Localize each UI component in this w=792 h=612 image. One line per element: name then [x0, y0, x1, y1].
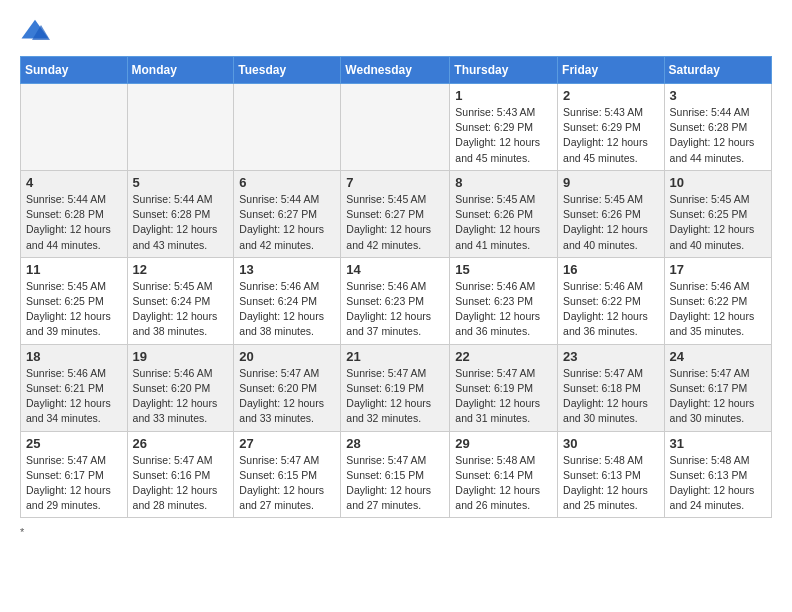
- logo: [20, 16, 54, 46]
- day-number: 20: [239, 349, 335, 364]
- calendar-header: SundayMondayTuesdayWednesdayThursdayFrid…: [21, 57, 772, 84]
- day-number: 18: [26, 349, 122, 364]
- day-number: 5: [133, 175, 229, 190]
- day-number: 12: [133, 262, 229, 277]
- calendar-cell: 8Sunrise: 5:45 AMSunset: 6:26 PMDaylight…: [450, 170, 558, 257]
- calendar-cell: 4Sunrise: 5:44 AMSunset: 6:28 PMDaylight…: [21, 170, 128, 257]
- header-day: Saturday: [664, 57, 771, 84]
- calendar-cell: 15Sunrise: 5:46 AMSunset: 6:23 PMDayligh…: [450, 257, 558, 344]
- day-number: 27: [239, 436, 335, 451]
- day-info: Sunrise: 5:45 AMSunset: 6:25 PMDaylight:…: [26, 279, 122, 340]
- calendar-cell: [21, 84, 128, 171]
- calendar-cell: 17Sunrise: 5:46 AMSunset: 6:22 PMDayligh…: [664, 257, 771, 344]
- calendar-week-row: 18Sunrise: 5:46 AMSunset: 6:21 PMDayligh…: [21, 344, 772, 431]
- day-info: Sunrise: 5:45 AMSunset: 6:27 PMDaylight:…: [346, 192, 444, 253]
- calendar-cell: 6Sunrise: 5:44 AMSunset: 6:27 PMDaylight…: [234, 170, 341, 257]
- calendar-cell: 5Sunrise: 5:44 AMSunset: 6:28 PMDaylight…: [127, 170, 234, 257]
- day-number: 16: [563, 262, 659, 277]
- page-header: [20, 16, 772, 46]
- day-info: Sunrise: 5:46 AMSunset: 6:23 PMDaylight:…: [346, 279, 444, 340]
- calendar-table: SundayMondayTuesdayWednesdayThursdayFrid…: [20, 56, 772, 518]
- calendar-cell: 2Sunrise: 5:43 AMSunset: 6:29 PMDaylight…: [558, 84, 665, 171]
- header-day: Thursday: [450, 57, 558, 84]
- day-info: Sunrise: 5:47 AMSunset: 6:17 PMDaylight:…: [26, 453, 122, 514]
- footer: *: [20, 526, 772, 538]
- calendar-cell: 13Sunrise: 5:46 AMSunset: 6:24 PMDayligh…: [234, 257, 341, 344]
- day-info: Sunrise: 5:46 AMSunset: 6:20 PMDaylight:…: [133, 366, 229, 427]
- day-number: 1: [455, 88, 552, 103]
- day-number: 24: [670, 349, 766, 364]
- day-info: Sunrise: 5:43 AMSunset: 6:29 PMDaylight:…: [563, 105, 659, 166]
- calendar-cell: [341, 84, 450, 171]
- day-info: Sunrise: 5:47 AMSunset: 6:15 PMDaylight:…: [346, 453, 444, 514]
- day-info: Sunrise: 5:47 AMSunset: 6:19 PMDaylight:…: [346, 366, 444, 427]
- day-number: 9: [563, 175, 659, 190]
- day-info: Sunrise: 5:45 AMSunset: 6:25 PMDaylight:…: [670, 192, 766, 253]
- calendar-cell: 12Sunrise: 5:45 AMSunset: 6:24 PMDayligh…: [127, 257, 234, 344]
- calendar-cell: 21Sunrise: 5:47 AMSunset: 6:19 PMDayligh…: [341, 344, 450, 431]
- day-number: 3: [670, 88, 766, 103]
- day-info: Sunrise: 5:48 AMSunset: 6:13 PMDaylight:…: [563, 453, 659, 514]
- header-day: Monday: [127, 57, 234, 84]
- day-number: 2: [563, 88, 659, 103]
- calendar-cell: 1Sunrise: 5:43 AMSunset: 6:29 PMDaylight…: [450, 84, 558, 171]
- day-info: Sunrise: 5:44 AMSunset: 6:27 PMDaylight:…: [239, 192, 335, 253]
- header-day: Friday: [558, 57, 665, 84]
- day-info: Sunrise: 5:46 AMSunset: 6:22 PMDaylight:…: [670, 279, 766, 340]
- calendar-cell: 11Sunrise: 5:45 AMSunset: 6:25 PMDayligh…: [21, 257, 128, 344]
- day-info: Sunrise: 5:47 AMSunset: 6:15 PMDaylight:…: [239, 453, 335, 514]
- header-row: SundayMondayTuesdayWednesdayThursdayFrid…: [21, 57, 772, 84]
- day-number: 13: [239, 262, 335, 277]
- day-number: 10: [670, 175, 766, 190]
- calendar-cell: 19Sunrise: 5:46 AMSunset: 6:20 PMDayligh…: [127, 344, 234, 431]
- day-info: Sunrise: 5:46 AMSunset: 6:23 PMDaylight:…: [455, 279, 552, 340]
- header-day: Tuesday: [234, 57, 341, 84]
- calendar-cell: 23Sunrise: 5:47 AMSunset: 6:18 PMDayligh…: [558, 344, 665, 431]
- calendar-week-row: 4Sunrise: 5:44 AMSunset: 6:28 PMDaylight…: [21, 170, 772, 257]
- calendar-cell: 24Sunrise: 5:47 AMSunset: 6:17 PMDayligh…: [664, 344, 771, 431]
- day-number: 26: [133, 436, 229, 451]
- day-info: Sunrise: 5:45 AMSunset: 6:24 PMDaylight:…: [133, 279, 229, 340]
- day-info: Sunrise: 5:47 AMSunset: 6:20 PMDaylight:…: [239, 366, 335, 427]
- calendar-cell: 22Sunrise: 5:47 AMSunset: 6:19 PMDayligh…: [450, 344, 558, 431]
- calendar-cell: 26Sunrise: 5:47 AMSunset: 6:16 PMDayligh…: [127, 431, 234, 518]
- calendar-week-row: 1Sunrise: 5:43 AMSunset: 6:29 PMDaylight…: [21, 84, 772, 171]
- day-number: 15: [455, 262, 552, 277]
- calendar-body: 1Sunrise: 5:43 AMSunset: 6:29 PMDaylight…: [21, 84, 772, 518]
- day-number: 19: [133, 349, 229, 364]
- calendar-cell: 14Sunrise: 5:46 AMSunset: 6:23 PMDayligh…: [341, 257, 450, 344]
- calendar-cell: 29Sunrise: 5:48 AMSunset: 6:14 PMDayligh…: [450, 431, 558, 518]
- day-number: 23: [563, 349, 659, 364]
- logo-icon: [20, 16, 50, 46]
- day-info: Sunrise: 5:45 AMSunset: 6:26 PMDaylight:…: [455, 192, 552, 253]
- day-number: 31: [670, 436, 766, 451]
- day-number: 11: [26, 262, 122, 277]
- day-number: 25: [26, 436, 122, 451]
- calendar-cell: 3Sunrise: 5:44 AMSunset: 6:28 PMDaylight…: [664, 84, 771, 171]
- calendar-week-row: 11Sunrise: 5:45 AMSunset: 6:25 PMDayligh…: [21, 257, 772, 344]
- calendar-cell: 18Sunrise: 5:46 AMSunset: 6:21 PMDayligh…: [21, 344, 128, 431]
- day-info: Sunrise: 5:48 AMSunset: 6:13 PMDaylight:…: [670, 453, 766, 514]
- day-number: 6: [239, 175, 335, 190]
- calendar-cell: 20Sunrise: 5:47 AMSunset: 6:20 PMDayligh…: [234, 344, 341, 431]
- calendar-cell: 25Sunrise: 5:47 AMSunset: 6:17 PMDayligh…: [21, 431, 128, 518]
- calendar-cell: [127, 84, 234, 171]
- day-info: Sunrise: 5:47 AMSunset: 6:18 PMDaylight:…: [563, 366, 659, 427]
- calendar-cell: 16Sunrise: 5:46 AMSunset: 6:22 PMDayligh…: [558, 257, 665, 344]
- day-info: Sunrise: 5:46 AMSunset: 6:24 PMDaylight:…: [239, 279, 335, 340]
- day-number: 4: [26, 175, 122, 190]
- header-day: Wednesday: [341, 57, 450, 84]
- calendar-cell: 31Sunrise: 5:48 AMSunset: 6:13 PMDayligh…: [664, 431, 771, 518]
- day-info: Sunrise: 5:44 AMSunset: 6:28 PMDaylight:…: [26, 192, 122, 253]
- day-number: 14: [346, 262, 444, 277]
- header-day: Sunday: [21, 57, 128, 84]
- day-number: 30: [563, 436, 659, 451]
- day-info: Sunrise: 5:46 AMSunset: 6:22 PMDaylight:…: [563, 279, 659, 340]
- day-info: Sunrise: 5:45 AMSunset: 6:26 PMDaylight:…: [563, 192, 659, 253]
- day-number: 29: [455, 436, 552, 451]
- day-number: 28: [346, 436, 444, 451]
- day-info: Sunrise: 5:43 AMSunset: 6:29 PMDaylight:…: [455, 105, 552, 166]
- day-info: Sunrise: 5:46 AMSunset: 6:21 PMDaylight:…: [26, 366, 122, 427]
- calendar-cell: [234, 84, 341, 171]
- day-number: 7: [346, 175, 444, 190]
